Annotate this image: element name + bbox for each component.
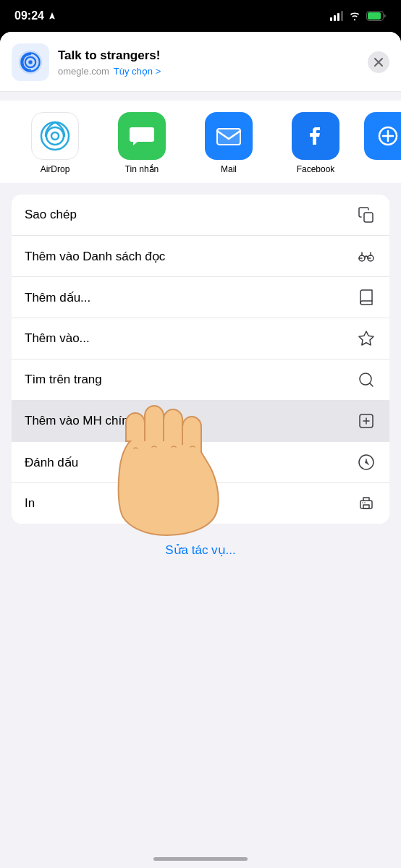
apps-row: AirDrop Tin nhắn Mail [0,101,401,183]
close-icon [373,57,384,67]
copy-icon [356,205,376,225]
search-icon [356,370,376,390]
menu-item-copy[interactable]: Sao chép [12,195,389,236]
app-item-messages[interactable]: Tin nhắn [98,112,185,174]
edit-actions-link[interactable]: Sửa tác vụ... [165,543,236,557]
menu-section: Sao chép Thêm vào Danh sách đọc Thêm [12,195,389,524]
app-item-partial [359,112,401,174]
facebook-label: Facebook [297,164,335,174]
share-url-row: omegle.com Tùy chọn > [58,66,161,77]
omegle-icon [17,49,43,75]
time-label: 09:24 [14,9,44,22]
favorites-label: Thêm vào... [25,331,90,346]
share-header: Talk to strangers! omegle.com Tùy chọn > [0,32,401,92]
markup-label: Đánh dấu [25,455,78,470]
print-label: In [25,496,35,511]
svg-point-24 [366,461,367,463]
facebook-app-icon [292,112,339,160]
svg-point-7 [46,127,64,145]
copy-label: Sao chép [25,208,77,222]
share-app-icon [12,43,49,81]
menu-item-bookmark[interactable]: Thêm dấu... [12,277,389,318]
find-on-page-label: Tìm trên trang [25,373,102,387]
star-icon [356,328,376,349]
status-bar: 09:24 [0,0,401,32]
menu-item-add-home[interactable]: Thêm vào MH chính [12,401,389,442]
app-item-airdrop[interactable]: AirDrop [12,112,98,174]
location-icon [48,12,56,20]
home-indicator [153,857,248,861]
close-button[interactable] [368,51,389,73]
app-item-facebook[interactable]: Facebook [272,112,359,174]
partial-app-icon [364,112,401,160]
share-app-title: Talk to strangers! [58,48,161,64]
airdrop-icon [31,112,79,160]
share-sheet: Talk to strangers! omegle.com Tùy chọn > [0,32,401,868]
svg-point-8 [51,132,59,140]
menu-item-reading-list[interactable]: Thêm vào Danh sách đọc [12,236,389,277]
app-item-mail[interactable]: Mail [185,112,272,174]
markup-icon [356,452,376,472]
share-url: omegle.com [58,66,109,77]
svg-point-5 [28,60,32,64]
svg-line-17 [370,383,373,386]
svg-rect-9 [217,129,240,145]
messages-app-icon [118,112,166,160]
plus-square-icon [356,411,376,431]
menu-item-favorites[interactable]: Thêm vào... [12,318,389,359]
status-time: 09:24 [14,9,56,22]
airdrop-label: AirDrop [41,164,70,174]
menu-item-print[interactable]: In [12,483,389,524]
svg-rect-26 [363,505,369,509]
menu-item-find-on-page[interactable]: Tìm trên trang [12,359,389,401]
svg-marker-15 [359,331,373,345]
wifi-icon [348,11,361,21]
menu-item-markup[interactable]: Đánh dấu [12,442,389,483]
share-text-content: Talk to strangers! omegle.com Tùy chọn > [58,48,161,76]
share-header-content: Talk to strangers! omegle.com Tùy chọn > [12,43,161,81]
mail-label: Mail [221,164,237,174]
svg-rect-12 [364,213,373,222]
share-options-link[interactable]: Tùy chọn > [114,66,161,77]
glasses-icon [356,246,376,266]
messages-label: Tin nhắn [125,164,159,174]
signal-strength-icon [330,11,343,21]
bottom-action[interactable]: Sửa tác vụ... [0,535,401,565]
battery-icon [366,11,387,21]
status-icons [330,11,387,21]
bookmark-label: Thêm dấu... [25,290,90,305]
mail-app-icon [205,112,253,160]
svg-rect-1 [368,12,381,20]
book-icon [356,287,376,307]
add-home-label: Thêm vào MH chính [25,414,135,428]
reading-list-label: Thêm vào Danh sách đọc [25,249,165,264]
print-icon [356,493,376,514]
